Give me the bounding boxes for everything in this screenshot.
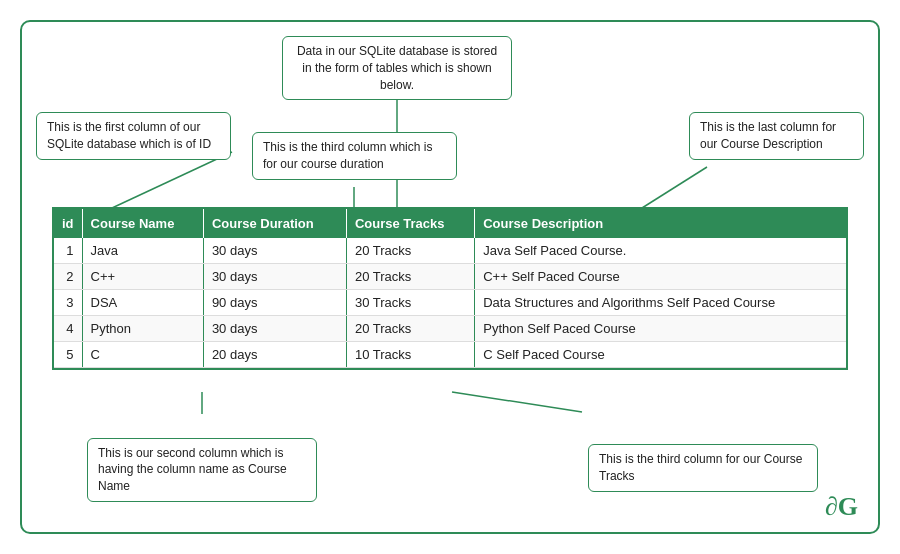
- table-cell: 20 Tracks: [346, 316, 474, 342]
- table-cell: Data Structures and Algorithms Self Pace…: [475, 290, 846, 316]
- table-row: 5C20 days10 TracksC Self Paced Course: [54, 342, 846, 368]
- table-cell: C: [82, 342, 203, 368]
- table-cell: 30 days: [203, 238, 346, 264]
- gfg-logo: ∂G: [825, 492, 858, 522]
- table-cell: 1: [54, 238, 82, 264]
- table-row: 3DSA90 days30 TracksData Structures and …: [54, 290, 846, 316]
- table-cell: C Self Paced Course: [475, 342, 846, 368]
- col-header-id: id: [54, 209, 82, 238]
- table-cell: 30 days: [203, 264, 346, 290]
- table-cell: 20 Tracks: [346, 238, 474, 264]
- table-cell: 4: [54, 316, 82, 342]
- table-cell: 5: [54, 342, 82, 368]
- table-row: 1Java30 days20 TracksJava Self Paced Cou…: [54, 238, 846, 264]
- data-table-wrapper: id Course Name Course Duration Course Tr…: [52, 207, 848, 370]
- table-row: 4Python30 days20 TracksPython Self Paced…: [54, 316, 846, 342]
- table-cell: 20 days: [203, 342, 346, 368]
- svg-line-3: [642, 167, 707, 208]
- callout-top-center: Data in our SQLite database is stored in…: [282, 36, 512, 100]
- callout-course-name: This is our second column which is havin…: [87, 438, 317, 502]
- data-table: id Course Name Course Duration Course Tr…: [54, 209, 846, 368]
- table-cell: Java: [82, 238, 203, 264]
- table-cell: DSA: [82, 290, 203, 316]
- table-cell: C++ Self Paced Course: [475, 264, 846, 290]
- table-cell: Java Self Paced Course.: [475, 238, 846, 264]
- table-cell: 2: [54, 264, 82, 290]
- col-header-duration: Course Duration: [203, 209, 346, 238]
- main-container: Data in our SQLite database is stored in…: [20, 20, 880, 534]
- table-cell: 10 Tracks: [346, 342, 474, 368]
- table-cell: 3: [54, 290, 82, 316]
- callout-description: This is the last column for our Course D…: [689, 112, 864, 160]
- callout-duration: This is the third column which is for ou…: [252, 132, 457, 180]
- col-header-description: Course Description: [475, 209, 846, 238]
- callout-left-id: This is the first column of our SQLite d…: [36, 112, 231, 160]
- table-cell: 30 days: [203, 316, 346, 342]
- svg-line-1: [112, 152, 232, 208]
- table-cell: Python: [82, 316, 203, 342]
- col-header-tracks: Course Tracks: [346, 209, 474, 238]
- callout-tracks: This is the third column for our Course …: [588, 444, 818, 492]
- table-cell: Python Self Paced Course: [475, 316, 846, 342]
- svg-line-5: [452, 392, 582, 412]
- table-header-row: id Course Name Course Duration Course Tr…: [54, 209, 846, 238]
- table-row: 2C++30 days20 TracksC++ Self Paced Cours…: [54, 264, 846, 290]
- table-cell: C++: [82, 264, 203, 290]
- col-header-course-name: Course Name: [82, 209, 203, 238]
- table-cell: 30 Tracks: [346, 290, 474, 316]
- table-cell: 90 days: [203, 290, 346, 316]
- table-cell: 20 Tracks: [346, 264, 474, 290]
